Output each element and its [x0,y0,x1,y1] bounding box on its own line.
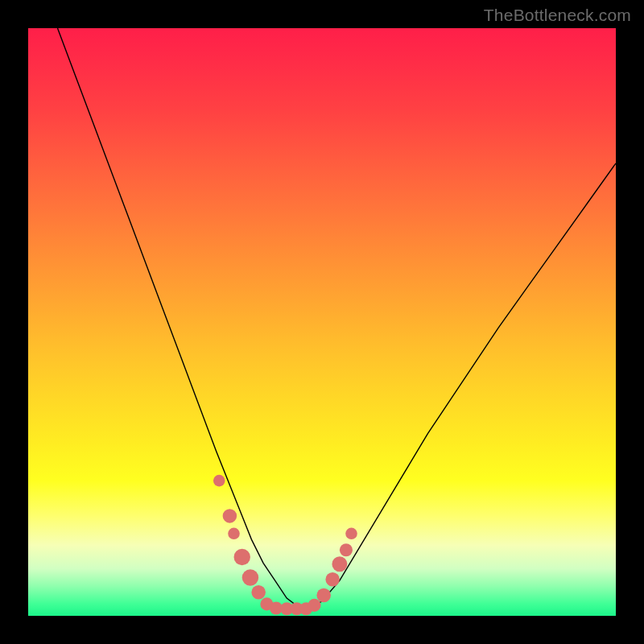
marker-group [213,475,357,615]
chart-frame: TheBottleneck.com [0,0,644,644]
marker-dot [228,528,240,540]
watermark-text: TheBottleneck.com [484,6,631,25]
marker-dot [308,599,320,612]
marker-dot [223,509,237,523]
marker-dot [316,588,331,603]
marker-dot [242,569,258,585]
marker-dot [325,572,340,587]
chart-svg [28,28,616,616]
bottleneck-curve [58,28,617,609]
marker-dot [234,549,250,565]
marker-dot [332,556,347,572]
marker-dot [251,585,266,600]
marker-dot [345,528,357,540]
plot-area [28,28,616,616]
marker-dot [213,475,225,487]
marker-dot [340,543,353,556]
